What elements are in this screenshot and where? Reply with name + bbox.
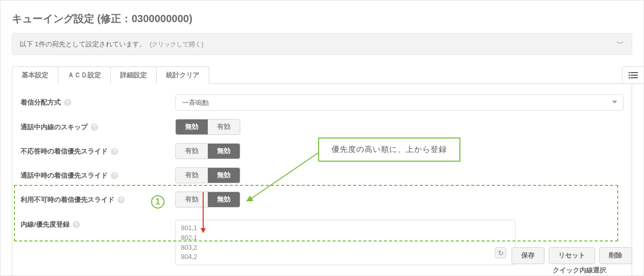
toggle-slide-busy-right[interactable]: 無効 bbox=[208, 168, 240, 183]
svg-point-4 bbox=[629, 75, 630, 76]
expander-text: 以下 1件の宛先として設定されています。 bbox=[20, 40, 146, 48]
tablist: 基本設定 ＡＣＤ設定 詳細設定 統計クリア bbox=[12, 66, 632, 84]
toggle-skip-busy-right[interactable]: 有効 bbox=[208, 119, 240, 134]
distribution-select[interactable]: 一斉鳴動 bbox=[175, 94, 623, 111]
help-icon[interactable]: ? bbox=[111, 148, 118, 155]
toggle-slide-noanswer[interactable]: 有効 無効 bbox=[175, 143, 240, 159]
tab-stats-clear[interactable]: 統計クリア bbox=[156, 66, 209, 84]
destinations-expander[interactable]: 以下 1件の宛先として設定されています。 (クリックして開く) ﹀ bbox=[12, 33, 632, 55]
toggle-slide-busy[interactable]: 有効 無効 bbox=[175, 167, 240, 183]
expander-hint: (クリックして開く) bbox=[150, 41, 203, 48]
svg-point-5 bbox=[629, 77, 630, 79]
label-skip-busy: 通話中内線のスキップ bbox=[21, 123, 88, 132]
label-slide-busy: 通話中時の着信優先スライド bbox=[21, 171, 108, 180]
label-slide-unavail: 利用不可時の着信優先スライド bbox=[21, 195, 114, 204]
toggle-slide-unavail[interactable]: 有効 無効 bbox=[175, 192, 240, 208]
save-button[interactable]: 保存 bbox=[511, 247, 544, 264]
priority-textarea[interactable] bbox=[175, 220, 516, 265]
tab-advanced[interactable]: 詳細設定 bbox=[110, 66, 157, 84]
tab-basic[interactable]: 基本設定 bbox=[12, 66, 58, 84]
page-title: キューイング設定 (修正：0300000000) bbox=[12, 12, 632, 26]
toggle-skip-busy[interactable]: 無効 有効 bbox=[175, 119, 240, 135]
delete-button[interactable]: 削除 bbox=[599, 247, 632, 264]
svg-point-3 bbox=[629, 72, 630, 74]
toggle-slide-unavail-right[interactable]: 無効 bbox=[208, 192, 240, 207]
list-icon[interactable] bbox=[622, 66, 643, 84]
toggle-skip-busy-left[interactable]: 無効 bbox=[176, 119, 208, 134]
toggle-slide-busy-left[interactable]: 有効 bbox=[176, 168, 208, 183]
reload-icon[interactable]: ↻ bbox=[495, 247, 506, 258]
help-icon[interactable]: ? bbox=[73, 221, 80, 228]
help-icon[interactable]: ? bbox=[118, 196, 125, 203]
chevron-down-icon: ﹀ bbox=[616, 39, 624, 49]
toggle-slide-unavail-left[interactable]: 有効 bbox=[176, 192, 208, 207]
toggle-slide-noanswer-left[interactable]: 有効 bbox=[176, 144, 208, 159]
help-icon[interactable]: ? bbox=[64, 99, 71, 106]
toggle-slide-noanswer-right[interactable]: 無効 bbox=[208, 144, 240, 159]
annotation-badge-1: 1 bbox=[151, 195, 164, 209]
label-distribution: 着信分配方式 bbox=[21, 98, 61, 107]
label-priority: 内線/優先度登録 bbox=[21, 220, 70, 229]
annotation-callout: 優先度の高い順に、上から登録 bbox=[318, 137, 460, 162]
help-icon[interactable]: ? bbox=[91, 124, 98, 131]
help-icon[interactable]: ? bbox=[111, 172, 118, 179]
tab-acd[interactable]: ＡＣＤ設定 bbox=[58, 66, 111, 84]
reset-button[interactable]: リセット bbox=[549, 247, 595, 264]
label-quick-select: クイック内線選択 bbox=[536, 266, 623, 275]
label-slide-noanswer: 不応答時の着信優先スライド bbox=[21, 147, 108, 156]
